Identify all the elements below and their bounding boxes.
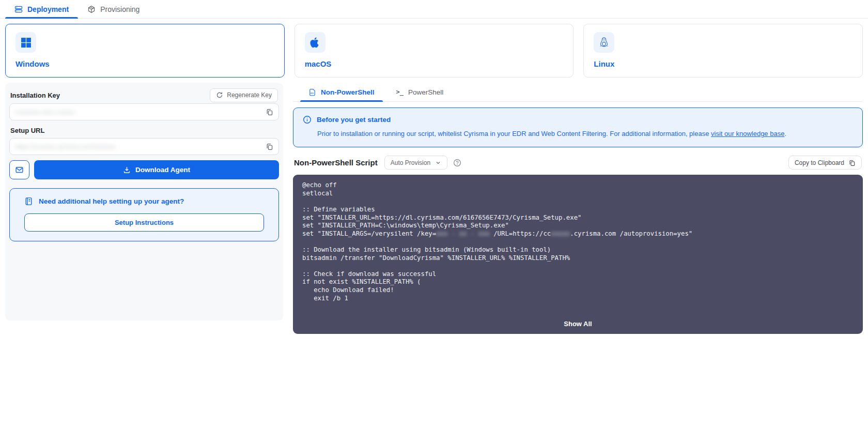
top-tab-bar: Deployment Provisioning	[0, 0, 868, 19]
package-icon	[87, 5, 96, 13]
installation-key-label: Installation Key	[10, 91, 60, 99]
tab-powershell[interactable]: >_ PowerShell	[388, 83, 452, 101]
agent-setup-panel: Installation Key Regenerate Key xxxxxxxx…	[5, 83, 283, 320]
copy-to-clipboard-label: Copy to Clipboard	[795, 159, 844, 166]
before-you-start-notice: Before you get started Prior to installa…	[293, 108, 863, 147]
script-tab-bar: Non-PowerShell >_ PowerShell	[293, 83, 863, 102]
notice-body-text: Prior to installation or running our scr…	[317, 130, 711, 137]
help-question-icon[interactable]	[453, 159, 461, 167]
script-header-row: Non-PowerShell Script Auto Provision	[293, 156, 863, 170]
help-title: Need additional help setting up your age…	[39, 197, 184, 205]
os-card-linux-label: Linux	[594, 59, 853, 68]
script-code-block: @echo offsetlocal :: Define variablesset…	[293, 175, 863, 334]
tab-non-powershell[interactable]: Non-PowerShell	[300, 83, 383, 101]
chevron-down-icon	[435, 160, 441, 166]
setup-instructions-button[interactable]: Setup Instructions	[24, 213, 264, 232]
info-icon	[303, 115, 312, 124]
tab-powershell-label: PowerShell	[408, 88, 443, 96]
installation-key-value: xxxxxxxx-xxxx-xxxxxx	[15, 109, 75, 116]
copy-icon	[848, 159, 856, 166]
tab-deployment-label: Deployment	[27, 5, 69, 13]
os-card-linux[interactable]: Linux	[583, 24, 863, 78]
refresh-icon	[216, 91, 223, 99]
file-code-icon	[308, 88, 316, 96]
script-title: Non-PowerShell Script	[294, 158, 378, 167]
tab-deployment[interactable]: Deployment	[5, 0, 78, 18]
notice-title: Before you get started	[317, 116, 391, 124]
notice-body-suffix: .	[784, 130, 786, 137]
terminal-icon: >_	[396, 88, 404, 96]
mail-icon	[15, 165, 24, 174]
os-card-row: Windows macOS Linux	[5, 24, 863, 78]
linux-tux-icon	[594, 32, 614, 53]
copy-url-icon[interactable]	[266, 143, 273, 150]
os-card-windows-label: Windows	[16, 59, 274, 68]
regenerate-key-label: Regenerate Key	[227, 91, 272, 99]
provision-mode-dropdown[interactable]: Auto Provision	[384, 156, 447, 170]
download-icon	[123, 166, 131, 174]
copy-to-clipboard-button[interactable]: Copy to Clipboard	[788, 156, 862, 170]
help-box: Need additional help setting up your age…	[9, 188, 279, 241]
email-agent-button[interactable]	[9, 160, 29, 179]
setup-url-input[interactable]: https://ccxxxxx.cyrisma.com/xxxxxxx	[9, 138, 279, 155]
os-card-macos-label: macOS	[305, 59, 564, 68]
tab-provisioning[interactable]: Provisioning	[78, 0, 149, 18]
download-agent-button[interactable]: Download Agent	[34, 160, 279, 179]
regenerate-key-button[interactable]: Regenerate Key	[210, 88, 278, 102]
tab-non-powershell-label: Non-PowerShell	[321, 88, 375, 96]
setup-url-value: https://ccxxxxx.cyrisma.com/xxxxxxx	[15, 143, 115, 150]
windows-icon	[16, 32, 36, 53]
copy-key-icon[interactable]	[266, 108, 273, 116]
apple-icon	[305, 32, 326, 53]
tab-provisioning-label: Provisioning	[100, 5, 140, 13]
knowledge-base-link[interactable]: visit our knowledge base	[711, 130, 784, 137]
guide-book-icon	[24, 197, 33, 206]
os-card-windows[interactable]: Windows	[5, 24, 285, 78]
code-lines: @echo offsetlocal :: Define variablesset…	[302, 181, 854, 317]
script-panel: Non-PowerShell >_ PowerShell	[293, 83, 863, 334]
provision-mode-value: Auto Provision	[391, 159, 430, 166]
setup-url-label: Setup URL	[10, 127, 44, 134]
installation-key-input[interactable]: xxxxxxxx-xxxx-xxxxxx	[9, 103, 279, 120]
os-card-macos[interactable]: macOS	[295, 24, 574, 78]
notice-body: Prior to installation or running our scr…	[317, 129, 853, 139]
show-all-button[interactable]: Show All	[302, 317, 854, 330]
deployment-icon	[14, 5, 23, 13]
download-agent-label: Download Agent	[135, 166, 190, 174]
